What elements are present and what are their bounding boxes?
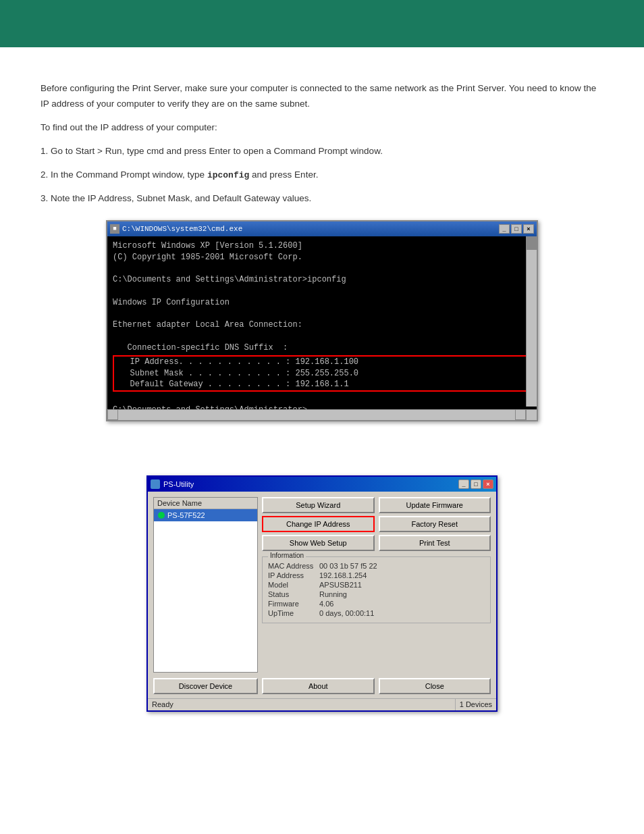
ps-ip-label: IP Address [268, 571, 317, 579]
cmd-line-8: Ethernet adapter Local Area Connection: [113, 319, 531, 331]
ps-device-name: PS-57F522 [167, 511, 205, 519]
ps-info-row-status: Status Running [268, 590, 485, 598]
cmd-line-2: (C) Copyright 1985-2001 Microsoft Corp. [113, 252, 531, 263]
cmd-titlebar-buttons[interactable]: _ □ × [499, 224, 534, 234]
show-web-setup-button[interactable]: Show Web Setup [262, 535, 375, 551]
cmd-body: Microsoft Windows XP [Version 5.1.2600] … [107, 236, 537, 420]
ps-info-row-firmware: Firmware 4.06 [268, 600, 485, 608]
cmd-hscrollbar[interactable]: ◄ ► [107, 409, 526, 420]
cmd-line-9 [113, 331, 531, 342]
ipconfig-command: ipconfig [207, 170, 249, 180]
cmd-subnet-line: Subnet Mask . . . . . . . . . . : 255.25… [115, 368, 529, 380]
cmd-hscroll-left[interactable]: ◄ [107, 409, 118, 420]
ps-button-row-2: Change IP Address Factory Reset [262, 516, 491, 532]
ps-firmware-label: Firmware [268, 600, 317, 608]
cmd-line-6: Windows IP Configuration [113, 297, 531, 309]
paragraph-3: 1. Go to Start > Run, type cmd and press… [41, 144, 603, 159]
cmd-line-7 [113, 309, 531, 320]
ps-status-right: 1 Devices [456, 699, 496, 710]
para4-text: 2. In the Command Prompt window, type [41, 170, 205, 180]
ps-button-row-3: Show Web Setup Print Test [262, 535, 491, 551]
ps-model-value: APSUSB211 [319, 581, 362, 589]
cmd-gateway-line: Default Gateway . . . . . . . . : 192.16… [115, 379, 529, 390]
ps-info-legend: Information [268, 552, 306, 559]
ps-ip-value: 192.168.1.254 [319, 571, 367, 579]
cmd-close-button[interactable]: × [523, 224, 534, 234]
header-bar [0, 0, 644, 47]
ps-device-name-header: Device Name [154, 498, 257, 509]
para4c-text: and press Enter. [252, 170, 318, 180]
cmd-line-1: Microsoft Windows XP [Version 5.1.2600] [113, 240, 531, 252]
ps-titlebar: PS-Utility _ □ × [148, 477, 496, 492]
ps-uptime-value: 0 days, 00:00:11 [319, 609, 374, 617]
ps-device-item[interactable]: PS-57F522 [154, 509, 257, 521]
cmd-hscroll-track[interactable] [118, 410, 515, 420]
ps-info-row-ip: IP Address 192.168.1.254 [268, 571, 485, 579]
cmd-icon: ■ [110, 224, 119, 234]
cmd-scrollbar-corner [526, 409, 537, 420]
cmd-hscroll-right[interactable]: ► [515, 409, 526, 420]
ps-status-bar: Ready 1 Devices [148, 698, 496, 710]
ps-status-value: Running [319, 590, 347, 598]
ps-info-row-uptime: UpTime 0 days, 00:00:11 [268, 609, 485, 617]
cmd-window: ■ C:\WINDOWS\system32\cmd.exe _ □ × Micr… [106, 220, 538, 421]
ps-minimize-button[interactable]: _ [458, 479, 469, 489]
main-content: Before configuring the Print Server, mak… [0, 47, 644, 752]
ps-mac-value: 00 03 1b 57 f5 22 [319, 562, 377, 570]
ps-right-panel: Setup Wizard Update Firmware Change IP A… [262, 497, 491, 673]
paragraph-5: 3. Note the IP Address, Subnet Mask, and… [41, 191, 603, 207]
discover-device-button[interactable]: Discover Device [153, 678, 258, 694]
cmd-ip-line: IP Address. . . . . . . . . . . : 192.16… [115, 357, 529, 368]
ps-info-row-model: Model APSUSB211 [268, 581, 485, 589]
cmd-line-4: C:\Documents and Settings\Administrator>… [113, 274, 531, 286]
setup-wizard-button[interactable]: Setup Wizard [262, 497, 375, 513]
cmd-line-3 [113, 263, 531, 274]
ps-status-label: Status [268, 590, 317, 598]
ps-close-button[interactable]: × [483, 479, 493, 489]
ps-titlebar-icon [151, 479, 160, 489]
ps-bottom-right-buttons: About Close [262, 678, 491, 694]
ps-info-row-mac: MAC Address 00 03 1b 57 f5 22 [268, 562, 485, 570]
close-button[interactable]: Close [379, 678, 491, 694]
about-button[interactable]: About [262, 678, 375, 694]
ps-left-panel: Device Name PS-57F522 [153, 497, 258, 673]
cmd-titlebar-left: ■ C:\WINDOWS\system32\cmd.exe [110, 224, 242, 234]
cmd-maximize-button[interactable]: □ [511, 224, 522, 234]
print-test-button[interactable]: Print Test [379, 535, 491, 551]
cmd-scrollbar-thumb[interactable] [527, 236, 537, 250]
cmd-scrollbar[interactable] [526, 236, 537, 407]
ps-info-group: Information MAC Address 00 03 1b 57 f5 2… [262, 556, 491, 623]
ps-maximize-button[interactable]: □ [471, 479, 481, 489]
cmd-titlebar: ■ C:\WINDOWS\system32\cmd.exe _ □ × [107, 221, 537, 236]
cmd-line-5 [113, 286, 531, 297]
cmd-highlight-box: IP Address. . . . . . . . . . . : 192.16… [113, 355, 531, 392]
cmd-line-prompt [113, 393, 531, 405]
ps-title: PS-Utility [163, 480, 194, 488]
ps-titlebar-left: PS-Utility [151, 479, 194, 489]
ps-model-label: Model [268, 581, 317, 589]
ps-button-row-1: Setup Wizard Update Firmware [262, 497, 491, 513]
paragraph-1: Before configuring the Print Server, mak… [41, 81, 603, 112]
ps-firmware-value: 4.06 [319, 600, 333, 608]
ps-device-status-dot [158, 512, 165, 519]
ps-titlebar-buttons[interactable]: _ □ × [458, 479, 493, 489]
cmd-minimize-button[interactable]: _ [499, 224, 510, 234]
cmd-title: C:\WINDOWS\system32\cmd.exe [122, 225, 242, 233]
factory-reset-button[interactable]: Factory Reset [379, 516, 491, 532]
ps-bottom-bar: Discover Device About Close [148, 678, 496, 698]
paragraph-2: To find out the IP address of your compu… [41, 120, 603, 136]
change-ip-address-button[interactable]: Change IP Address [262, 516, 375, 532]
ps-utility-window: PS-Utility _ □ × Device Name PS-57F522 [146, 475, 498, 712]
ps-uptime-label: UpTime [268, 609, 317, 617]
ps-status-left: Ready [148, 699, 456, 710]
ps-mac-label: MAC Address [268, 562, 317, 570]
paragraph-4: 2. In the Command Prompt window, type ip… [41, 167, 603, 183]
update-firmware-button[interactable]: Update Firmware [379, 497, 491, 513]
cmd-line-10: Connection-specific DNS Suffix : [113, 342, 531, 354]
ps-body: Device Name PS-57F522 Setup Wizard Updat… [148, 492, 496, 678]
